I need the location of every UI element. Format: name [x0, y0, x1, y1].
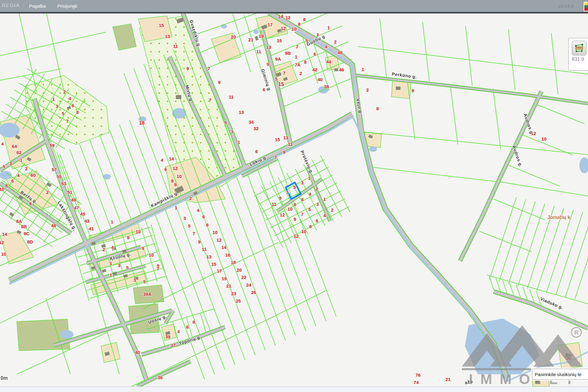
parcel-number: 5	[308, 207, 311, 212]
area-measure-icon	[574, 43, 584, 53]
parcel-number: 1	[323, 197, 326, 202]
menu-item-prisijungti[interactable]: Prisijungti	[57, 3, 77, 9]
parcel-number: 3	[56, 104, 58, 109]
parcel-number: 8	[193, 319, 195, 325]
parcel-number: 2	[46, 190, 49, 195]
parcel-number: 2	[103, 247, 105, 252]
parcel-number: 8	[174, 182, 177, 187]
parcel-number: 2	[300, 71, 302, 76]
lithuania-flag-icon[interactable]	[584, 2, 588, 11]
parcel-number: 25	[236, 298, 241, 303]
parcel-number: 8	[309, 224, 312, 229]
parcel-number: 8	[298, 21, 300, 27]
parcel-number: 39A	[143, 292, 152, 297]
parcel-number: 12	[217, 237, 222, 243]
parcel-number: 9	[283, 149, 285, 155]
parcel-number: 3	[183, 216, 186, 221]
parcel-number: 7	[208, 66, 210, 71]
parcel-number: 4	[325, 44, 328, 49]
parcel-number: 6	[11, 178, 14, 183]
parcel-number: 26	[251, 290, 256, 295]
parcel-number: 5	[188, 223, 190, 228]
parcel-number: 21	[248, 37, 254, 42]
parcel-number: 6	[164, 167, 167, 172]
parcel-number: 5	[293, 185, 296, 190]
builtup-area	[391, 80, 411, 99]
parcel-number: 11	[173, 43, 178, 49]
parcel-number: 1	[111, 219, 113, 224]
parcel-number: 8	[5, 183, 8, 188]
parcel-number: 1	[295, 54, 297, 59]
pond	[369, 146, 377, 152]
parcel-number: 21	[446, 377, 451, 382]
parcel-number: 12	[281, 26, 286, 31]
svg-text:R: R	[574, 329, 579, 336]
parcel-number: 4	[69, 96, 71, 101]
parcel-number: 6	[263, 87, 265, 92]
parcel-number: 7	[193, 231, 195, 236]
parcel-number: 9	[218, 80, 221, 85]
parcel-number: 1	[327, 25, 330, 30]
parcel-number: 4	[17, 173, 20, 178]
parcel-number: 17	[268, 22, 273, 27]
parcel-number: 8	[171, 178, 174, 183]
map-scale-label: 0m	[1, 375, 8, 381]
parcel-number: 62	[17, 150, 22, 155]
parcel-number: 15	[278, 81, 284, 87]
parcel-number: 7	[157, 266, 159, 271]
cadastral-map[interactable]: 1513119714128171210820211915131113572464…	[0, 13, 588, 386]
map-canvas[interactable]: 1513119714128171210820211915131113572464…	[0, 13, 588, 386]
parcel-number: 15	[275, 137, 280, 142]
parcel-number: 8	[304, 59, 307, 65]
tooltip-text: Pasirinkite sluoksnių te	[535, 372, 582, 377]
parcel-number: 13	[266, 44, 271, 50]
parcel-number: 1	[238, 140, 240, 145]
parcel-number: 40	[135, 350, 140, 355]
parcel-number: 3	[301, 180, 303, 185]
parcel-number: 11	[202, 247, 207, 252]
measured-area-value: 831.9	[572, 57, 584, 62]
parcel-number: 57	[52, 167, 57, 172]
parcel-number: 3	[118, 263, 120, 268]
parcel-number: 1	[110, 261, 112, 266]
parcel-number: 53	[61, 181, 66, 186]
parcel-number: 7	[66, 119, 69, 124]
parcel-number: 12	[280, 212, 285, 217]
menu-item-pagalba[interactable]: Pagalba	[29, 3, 46, 9]
parcel-number: 55	[57, 174, 62, 179]
parcel-number: 6	[316, 218, 318, 223]
parcel-number: 6	[72, 103, 74, 108]
parcel-number: 41	[89, 226, 94, 231]
parcel-number: 7	[209, 97, 211, 103]
parcel-number: 48	[337, 50, 343, 55]
parcel-number: 18	[231, 260, 236, 265]
parcel-number: 60	[31, 172, 36, 178]
parcel-number: 4	[111, 245, 114, 250]
building	[396, 87, 401, 90]
area-measure-button[interactable]	[572, 41, 586, 55]
parcel-number: 10	[0, 187, 4, 192]
parcel-number: 39	[165, 334, 171, 339]
parcel-number: 15	[159, 23, 164, 28]
parcel-number: 2	[334, 39, 337, 44]
parcel-number: 22	[241, 275, 247, 280]
parcel-number: 34	[249, 119, 254, 125]
parcel-number: 43	[85, 218, 90, 224]
parcel-number: 3	[231, 129, 233, 134]
parcel-number: 44	[326, 59, 331, 64]
building	[334, 69, 338, 71]
parcel-number: 1	[175, 205, 177, 210]
parcel-number: 7	[296, 44, 298, 49]
building	[176, 95, 181, 99]
parcel-number: 1	[52, 96, 55, 102]
parcel-number: 19	[222, 276, 227, 281]
parcel-number: 21	[226, 283, 232, 288]
parcel-number: 59	[50, 143, 55, 148]
parcel-number: 9	[412, 88, 414, 93]
parcel-number: 46	[339, 67, 344, 72]
parcel-number: 7	[286, 190, 288, 195]
parcel-number: 6	[314, 51, 316, 57]
parcel-number: 5	[126, 265, 129, 270]
app-logo[interactable]: REGIA	[2, 3, 20, 9]
parcel-number: 19	[259, 33, 264, 39]
